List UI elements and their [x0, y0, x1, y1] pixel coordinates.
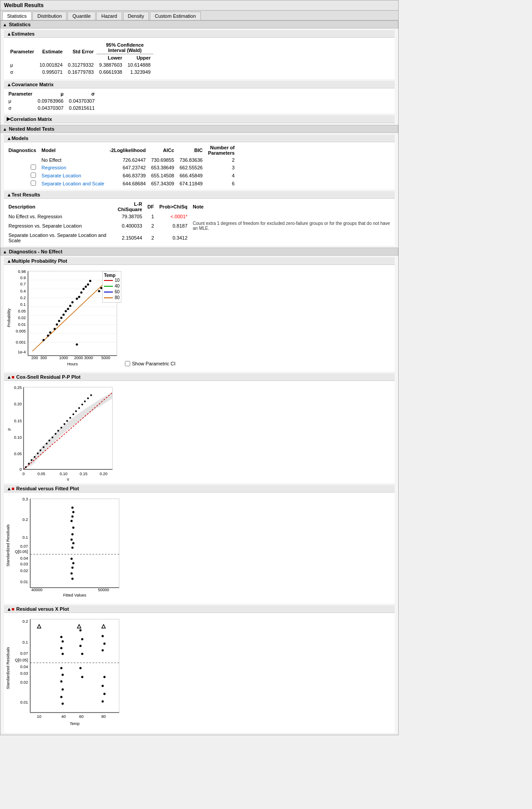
residual-fitted-color-icon: ■ [12, 486, 15, 491]
test-results-container: ▲ Test Results Description L-RChiSquare … [4, 191, 395, 246]
cox-snell-content: 0.25 0.20 0.15 0.10 0.05 0 p 0 0.05 0.10… [4, 381, 395, 483]
covariance-header[interactable]: ▲ Covariance Matrix [4, 81, 395, 88]
sep-loc-scale-diag [6, 180, 39, 188]
svg-point-63 [40, 449, 41, 451]
param-header: Parameter [8, 41, 37, 61]
sep-loc-link[interactable]: Separate Location [41, 173, 81, 178]
tab-quantile[interactable]: Quantile [68, 12, 96, 20]
svg-point-71 [64, 423, 65, 425]
regression-link[interactable]: Regression [41, 165, 66, 170]
svg-text:0.20: 0.20 [14, 402, 22, 406]
residual-fitted-toggle-icon: ▲ [7, 486, 12, 491]
tab-hazard[interactable]: Hazard [96, 12, 122, 20]
residual-x-header[interactable]: ▲ ■ Residual versus X Plot [4, 605, 395, 613]
svg-point-67 [52, 437, 53, 438]
nested-model-section-header[interactable]: ▲ Nested Model Tests [0, 125, 398, 133]
df-3: 2 [145, 232, 157, 244]
svg-point-143 [60, 647, 63, 649]
residual-fitted-header[interactable]: ▲ ■ Residual versus Fitted Plot [4, 485, 395, 493]
sep-loc-scale-checkbox[interactable] [31, 180, 36, 186]
test-results-label: Test Results [12, 192, 40, 197]
estimates-container: ▲ Estimates Parameter Estimate Std Error… [4, 30, 395, 79]
regression-aicc: 653.38649 [148, 164, 177, 172]
models-header[interactable]: ▲ Models [4, 135, 395, 142]
svg-point-32 [67, 308, 69, 310]
regression-model: Regression [39, 164, 107, 172]
svg-point-164 [104, 676, 106, 678]
svg-point-119 [72, 567, 74, 569]
legend-label-60: 60 [115, 289, 120, 294]
sep-loc-scale-link[interactable]: Separate Location and Scale [41, 181, 104, 186]
svg-point-64 [43, 446, 44, 448]
lower-header: Lower [96, 54, 125, 62]
svg-text:0.9: 0.9 [20, 276, 26, 280]
svg-point-155 [80, 645, 82, 647]
svg-point-121 [72, 578, 74, 580]
cov-param-mu: μ [6, 97, 35, 104]
desc-1: No Effect vs. Regression [6, 213, 115, 220]
svg-point-69 [57, 430, 59, 432]
table-row: Separate Location vs. Separate Location … [6, 232, 393, 244]
svg-point-70 [60, 427, 62, 429]
residual-x-toggle-icon: ▲ [7, 606, 12, 612]
covariance-container: ▲ Covariance Matrix Parameter μ σ μ [4, 81, 395, 113]
svg-point-26 [54, 328, 56, 330]
table-row: μ 10.001824 0.31279332 9.3887603 10.6148… [8, 61, 153, 68]
note-header: Note [190, 200, 393, 213]
diagnostics-label: Diagnostics - No Effect [9, 249, 62, 254]
table-row: No Effect vs. Regression 79.38705 1 <.00… [6, 213, 393, 220]
param-sigma: σ [8, 68, 37, 76]
aicc-header: AICc [148, 144, 177, 156]
residual-fitted-container: ▲ ■ Residual versus Fitted Plot 0.3 0.2 … [4, 485, 395, 604]
std-mu: 0.31279332 [65, 61, 96, 68]
models-toggle-icon: ▲ [7, 136, 12, 141]
show-ci-checkbox[interactable] [125, 361, 130, 366]
svg-text:0.1: 0.1 [20, 302, 26, 307]
covariance-toggle-icon: ▲ [7, 82, 12, 87]
nested-toggle-icon: ▲ [3, 127, 7, 132]
svg-point-112 [72, 527, 75, 529]
test-results-content: Description L-RChiSquare DF Prob>ChiSq N… [4, 199, 395, 246]
svg-text:0.005: 0.005 [16, 329, 26, 333]
svg-point-110 [72, 516, 74, 518]
tab-density[interactable]: Density [123, 12, 149, 20]
show-ci-container: Show Parametric CI [121, 357, 179, 370]
sep-loc-checkbox[interactable] [31, 172, 36, 178]
svg-text:0.4: 0.4 [20, 289, 26, 293]
diagnostics-section-header[interactable]: ▲ Diagnostics - No Effect [0, 248, 398, 256]
svg-text:0.01: 0.01 [20, 580, 28, 584]
estimates-header[interactable]: ▲ Estimates [4, 30, 395, 38]
svg-text:Standardized Residuals: Standardized Residuals [6, 524, 10, 567]
test-results-header[interactable]: ▲ Test Results [4, 191, 395, 199]
models-content: Diagnostics Model -2Loglikelihood AICc B… [4, 142, 395, 189]
svg-text:0.01: 0.01 [18, 322, 26, 327]
prob-1: <.0001* [157, 213, 190, 220]
df-header: DF [145, 200, 157, 213]
cov-mu-mu: 0.09783966 [35, 97, 66, 104]
svg-point-156 [81, 653, 84, 655]
regression-checkbox[interactable] [31, 164, 36, 170]
svg-text:0.02: 0.02 [18, 316, 26, 320]
svg-text:0.3: 0.3 [22, 497, 28, 501]
svg-point-150 [62, 703, 64, 705]
svg-text:Temp: Temp [70, 721, 80, 726]
tab-custom-estimation[interactable]: Custom Estimation [150, 12, 200, 20]
tab-distribution[interactable]: Distribution [32, 12, 67, 20]
no-effect-aicc: 730.69855 [148, 156, 177, 164]
svg-point-28 [58, 320, 60, 322]
estimates-label: Estimates [12, 31, 35, 36]
prob-plot-header[interactable]: ▲ Multiple Probability Plot [4, 257, 395, 265]
residual-fitted-content: 0.3 0.2 0.1 0.07 Q[0.05] 0.04 0.03 0.02 … [4, 493, 395, 604]
no-effect-bic: 736.83636 [177, 156, 205, 164]
svg-point-142 [62, 641, 64, 643]
cox-snell-container: ▲ ■ Cox-Snell Residual P-P Plot [4, 373, 395, 483]
svg-text:0.05: 0.05 [14, 452, 22, 456]
cox-snell-header[interactable]: ▲ ■ Cox-Snell Residual P-P Plot [4, 373, 395, 381]
correlation-header[interactable]: ▶ Correlation Matrix [4, 115, 395, 123]
tab-statistics[interactable]: Statistics [2, 12, 32, 20]
svg-text:0.2: 0.2 [22, 619, 28, 624]
statistics-section-header[interactable]: ▲ Statistics [0, 20, 398, 28]
svg-point-46 [76, 344, 78, 346]
svg-point-148 [62, 689, 64, 691]
sep-loc-scale-params: 6 [205, 180, 237, 188]
